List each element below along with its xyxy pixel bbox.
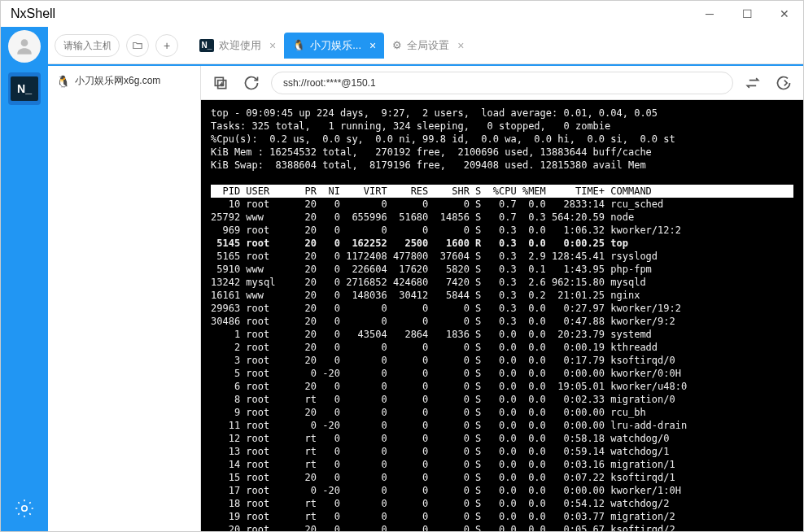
tree-item[interactable]: 🐧 小刀娱乐网x6g.com [48, 71, 200, 91]
close-icon[interactable]: × [369, 39, 376, 52]
duplicate-button[interactable] [209, 72, 232, 94]
tab-welcome[interactable]: N_ 欢迎使用 × [191, 33, 284, 59]
close-icon[interactable]: × [457, 39, 464, 52]
address-input[interactable] [271, 72, 733, 94]
swap-button[interactable] [741, 72, 764, 94]
minimize-button[interactable]: ─ [691, 1, 728, 27]
window-title: NxShell [11, 7, 55, 21]
add-button[interactable]: + [155, 34, 178, 57]
folder-button[interactable] [126, 34, 149, 57]
linux-icon: 🐧 [56, 75, 70, 88]
titlebar: NxShell ─ ☐ ✕ [1, 1, 803, 27]
tab-settings[interactable]: ⚙ 全局设置 × [384, 33, 472, 59]
linux-icon: 🐧 [292, 39, 305, 51]
top-row: + N_ 欢迎使用 × 🐧 小刀娱乐... × ⚙ 全局设置 × [48, 27, 803, 64]
gear-icon: ⚙ [392, 39, 402, 51]
sidebar-logo[interactable]: N_ [8, 72, 41, 105]
tab-session[interactable]: 🐧 小刀娱乐... × [284, 33, 384, 59]
close-button[interactable]: ✕ [766, 1, 803, 27]
go-button[interactable] [772, 72, 795, 94]
sidebar: N_ [1, 27, 48, 531]
app-icon: N_ [199, 39, 214, 52]
session-tree: 🐧 小刀娱乐网x6g.com [48, 66, 201, 531]
svg-point-1 [22, 506, 28, 512]
svg-point-0 [21, 39, 28, 46]
host-input[interactable] [55, 34, 120, 57]
address-bar [201, 66, 803, 100]
close-icon[interactable]: × [269, 39, 276, 52]
settings-icon[interactable] [8, 492, 41, 525]
maximize-button[interactable]: ☐ [728, 1, 766, 27]
refresh-button[interactable] [240, 72, 263, 94]
terminal-output[interactable]: top - 09:09:45 up 224 days, 9:27, 2 user… [201, 100, 803, 531]
avatar[interactable] [8, 30, 41, 63]
